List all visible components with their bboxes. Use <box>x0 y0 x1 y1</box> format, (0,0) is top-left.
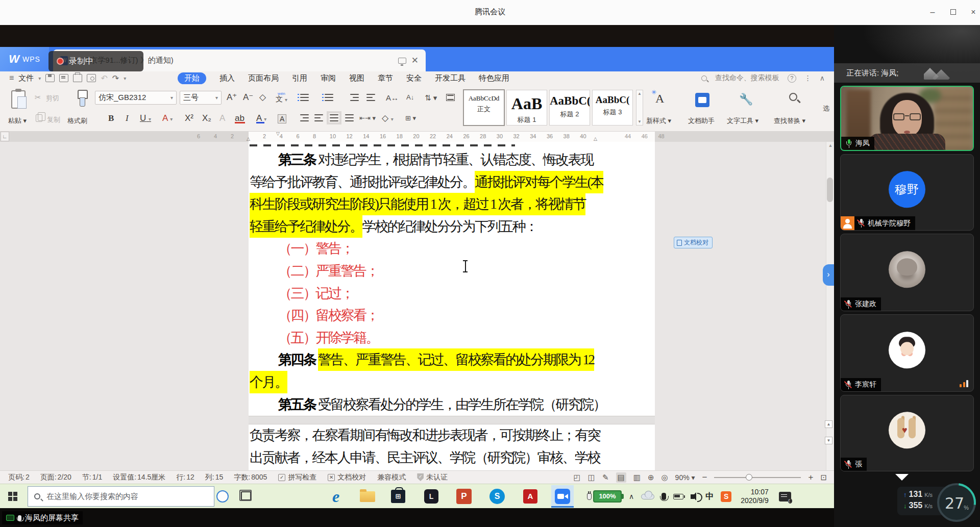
participant-tile-李宸轩[interactable]: 李宸轩 <box>840 314 974 392</box>
bold-icon[interactable]: B <box>108 113 114 123</box>
table-icon[interactable] <box>446 94 455 101</box>
wordart-icon[interactable]: A <box>219 113 225 123</box>
pinyin-guide-icon[interactable]: wén文 ▾ <box>276 91 287 103</box>
copy-button[interactable]: 复制 <box>47 115 60 124</box>
clear-format-icon[interactable]: ◇ <box>259 92 266 103</box>
quickbar-caret-icon[interactable]: ▾ <box>124 76 126 81</box>
sidebar-expander[interactable]: › <box>823 264 834 286</box>
taskbar-search-input[interactable]: 在这里输入你要搜索的内容 <box>28 486 214 507</box>
superscript-icon[interactable]: X² <box>185 113 193 123</box>
app-explorer[interactable] <box>356 485 379 508</box>
doc-line-8[interactable]: （五）开除学籍。 <box>250 327 599 349</box>
align-left-icon[interactable] <box>300 114 309 121</box>
font-name-select[interactable]: 仿宋_GB2312▾ <box>95 91 177 105</box>
cut-icon[interactable]: ✂ <box>35 93 41 102</box>
fullscreen-view-icon[interactable]: ◰ <box>574 473 581 482</box>
document-page[interactable]: 第三条 对违纪学生，根据情节轻重、认错态度、悔改表现等给予批评教育、通报批评或纪… <box>249 142 655 470</box>
align-justify-icon[interactable] <box>330 114 338 121</box>
zoom-out-icon[interactable]: − <box>702 472 707 483</box>
app-tencent-meeting[interactable] <box>551 485 574 508</box>
doc-line-10[interactable]: 个月。 <box>250 371 599 394</box>
style-正文[interactable]: AaBbCcDd正文 <box>463 90 504 126</box>
increase-indent-icon[interactable] <box>366 94 375 101</box>
document-text[interactable]: 第三条 对违纪学生，根据情节轻重、认错态度、悔改表现等给予批评教育、通报批评或纪… <box>250 149 599 469</box>
minimize-icon[interactable]: – <box>925 6 940 18</box>
collapse-panel-icon[interactable] <box>895 474 909 481</box>
collapse-ribbon-icon[interactable]: ∧ <box>820 74 825 82</box>
borders-icon[interactable]: ⊞ ▾ <box>405 114 416 122</box>
ribbon-tab-章节[interactable]: 章节 <box>378 73 393 83</box>
doc-line-11[interactable]: 第五条 受留校察看处分的学生，由学生所在学院（研究院） <box>250 394 599 416</box>
print-icon[interactable] <box>73 74 82 82</box>
ribbon-tab-开发工具[interactable]: 开发工具 <box>435 73 465 83</box>
paragraph-spacing-icon[interactable]: ⇤⇥ ▾ <box>359 114 376 122</box>
spell-check-toggle[interactable]: ✓拼写检查 <box>278 473 316 482</box>
save-icon[interactable] <box>45 74 55 82</box>
zoom-level[interactable]: 90% ▾ <box>675 473 695 482</box>
participant-tile-张建政[interactable]: 张建政 <box>840 234 974 311</box>
doc-proofread-popup[interactable]: 文档校对 <box>674 237 713 248</box>
text-direction-icon[interactable]: A↔ <box>386 93 399 102</box>
screen-share-doc-icon[interactable] <box>398 58 406 64</box>
ribbon-tab-特色应用[interactable]: 特色应用 <box>479 73 509 83</box>
underline-icon[interactable]: U ▾ <box>140 113 151 123</box>
speaker-icon[interactable] <box>691 494 694 499</box>
ribbon-tab-引用[interactable]: 引用 <box>292 73 307 83</box>
find-replace-icon[interactable] <box>789 93 797 101</box>
pen-annotate-icon[interactable]: ✎ <box>602 473 609 482</box>
app-skype[interactable]: S <box>486 485 508 508</box>
ribbon-tab-视图[interactable]: 视图 <box>349 73 364 83</box>
doc-assistant-icon[interactable] <box>695 93 709 107</box>
doc-proofread-toggle[interactable]: ✕文档校对 <box>328 473 366 482</box>
style-标题 1[interactable]: AaB标题 1 <box>506 90 547 126</box>
shape-fill-icon[interactable]: ◇ ▾ <box>382 113 394 123</box>
ribbon-tab-页面布局[interactable]: 页面布局 <box>248 73 279 83</box>
doc-line-14[interactable]: 出贡献者，经本人申请、民主评议、学院（研究院）审核、学校 <box>250 447 599 469</box>
microphone-tray-icon[interactable] <box>662 493 666 500</box>
start-button[interactable] <box>8 492 17 501</box>
doc-line-7[interactable]: （四）留校察看； <box>250 305 599 327</box>
highlight-color-icon[interactable]: ab <box>235 113 245 123</box>
multipage-view-icon[interactable]: ◫ <box>588 473 595 482</box>
page-view-icon[interactable]: ▤ <box>616 472 626 483</box>
ribbon-tab-安全[interactable]: 安全 <box>406 73 422 83</box>
app-app-dark[interactable]: L <box>420 485 443 508</box>
subscript-icon[interactable]: X₂ <box>202 113 211 123</box>
doc-line-1[interactable]: 等给予批评教育、通报批评或纪律处分。通报批评对每个学生(本 <box>250 171 599 194</box>
style-标题 2[interactable]: AaBbC(标题 2 <box>549 90 590 126</box>
task-view-button[interactable] <box>241 491 251 500</box>
font-color-icon[interactable]: A ▾ <box>256 113 266 123</box>
font-size-select[interactable]: 三号▾ <box>180 91 222 105</box>
cortana-button[interactable] <box>216 490 229 503</box>
align-distribute-icon[interactable] <box>345 114 354 121</box>
new-style-button[interactable]: 新样式 ▾ <box>646 116 671 126</box>
file-caret-icon[interactable]: ▾ <box>38 76 41 81</box>
doc-line-4[interactable]: （一）警告； <box>250 238 599 260</box>
web-view-icon[interactable]: ⊕ <box>648 473 654 482</box>
char-style-icon[interactable]: A ▾ <box>162 113 173 123</box>
help-icon[interactable]: ? <box>788 74 796 83</box>
tab-selector[interactable]: ∟ <box>1 132 9 141</box>
app-edge[interactable]: e <box>325 485 347 508</box>
new-style-icon[interactable]: A <box>655 92 671 107</box>
char-shading-icon[interactable]: A <box>278 114 286 123</box>
ribbon-tab-审阅[interactable]: 审阅 <box>321 73 336 83</box>
cloud-icon[interactable] <box>641 494 654 499</box>
left-indent-marker[interactable]: △ <box>247 136 250 141</box>
decrease-indent-icon[interactable] <box>350 94 359 101</box>
scrollbar-thumb[interactable] <box>827 178 833 202</box>
zoom-in-icon[interactable]: + <box>808 472 813 483</box>
copy-icon[interactable] <box>36 114 42 122</box>
document-area[interactable]: 第三条 对违纪学生，根据情节轻重、认错态度、悔改表现等给予批评教育、通报批评或纪… <box>0 142 826 470</box>
hamburger-icon[interactable]: ≡ <box>9 73 14 83</box>
app-powerpoint[interactable]: P <box>453 485 475 508</box>
eye-protect-icon[interactable]: ◎ <box>662 473 668 482</box>
doc-line-13[interactable]: 负责考察，在察看期间有悔改和进步表现者，可按期终止；有突 <box>250 424 599 447</box>
doc-line-3[interactable]: 轻重给予纪律处分。学校的纪律处分分为下列五种： <box>250 216 599 238</box>
cert-status[interactable]: ✓未认证 <box>417 473 448 482</box>
previous-page-button[interactable]: ▲ <box>825 420 832 428</box>
select-button[interactable]: 选 <box>823 104 829 113</box>
outline-view-icon[interactable]: ▥ <box>633 473 641 482</box>
file-menu[interactable]: 文件 <box>18 73 34 83</box>
right-indent-marker[interactable]: △ <box>594 136 597 141</box>
